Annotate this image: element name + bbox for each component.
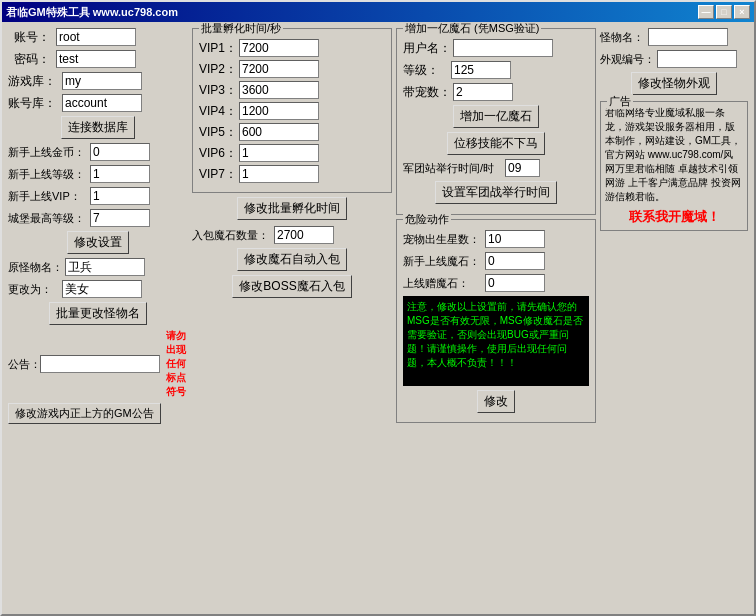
vip7-input[interactable]	[239, 165, 319, 183]
ad-group: 广告 君临网络专业魔域私服一条龙，游戏架设服务器相用，版本制作，网站建设，GM工…	[600, 101, 748, 231]
modify-setting-button[interactable]: 修改设置	[67, 231, 129, 254]
modify-boss-pack-button[interactable]: 修改BOSS魔石入包	[232, 275, 351, 298]
newline-magic-label: 新手上线魔石：	[403, 254, 483, 269]
danger-group: 危险动作 宠物出生星数： 新手上线魔石： 上线赠魔石： 注意，修改以上设置前，请…	[396, 219, 596, 423]
pet-num-input[interactable]	[453, 83, 513, 101]
skill-move-button[interactable]: 位移技能不下马	[447, 132, 545, 155]
column-4: 怪物名： 外观编号： 修改怪物外观 广告 君临网络专业魔域私服一条龙，游戏架设服…	[600, 28, 748, 608]
accountdb-row: 账号库：	[8, 94, 188, 112]
appearance-row: 外观编号：	[600, 50, 748, 68]
newbie-vip-row: 新手上线VIP：	[8, 187, 188, 205]
vip1-label: VIP1：	[199, 40, 239, 57]
newbie-level-row: 新手上线等级：	[8, 165, 188, 183]
vip3-label: VIP3：	[199, 82, 239, 99]
announcement-input[interactable]	[40, 355, 160, 373]
newbie-vip-input[interactable]	[90, 187, 150, 205]
change-to-row: 更改为：	[8, 280, 188, 298]
original-monster-label: 原怪物名：	[8, 260, 63, 275]
modify-announcement-button[interactable]: 修改游戏内正上方的GM公告	[8, 403, 161, 424]
accountdb-input[interactable]	[62, 94, 142, 112]
password-input[interactable]	[56, 50, 136, 68]
vip6-row: VIP6：	[199, 144, 385, 162]
change-to-input[interactable]	[62, 280, 142, 298]
newbie-level-input[interactable]	[90, 165, 150, 183]
monster-name-input[interactable]	[648, 28, 728, 46]
newline-magic-row: 新手上线魔石：	[403, 252, 589, 270]
monster-name-label: 怪物名：	[600, 30, 646, 45]
vip3-input[interactable]	[239, 81, 319, 99]
max-city-row: 城堡最高等级：	[8, 209, 188, 227]
pet-num-row: 带宠数：	[403, 83, 589, 101]
password-label: 密码：	[8, 51, 50, 68]
newbie-gold-input[interactable]	[90, 143, 150, 161]
original-monster-input[interactable]	[65, 258, 145, 276]
username-label: 用户名：	[403, 40, 451, 57]
original-monster-row: 原怪物名：	[8, 258, 188, 276]
ad-text: 君临网络专业魔域私服一条龙，游戏架设服务器相用，版本制作，网站建设，GM工具，官…	[605, 106, 743, 204]
vip4-input[interactable]	[239, 102, 319, 120]
ad-title: 广告	[607, 94, 633, 109]
close-button[interactable]: ×	[734, 5, 750, 19]
window-controls: — □ ×	[698, 5, 750, 19]
maximize-button[interactable]: □	[716, 5, 732, 19]
column-2: 批量孵化时间/秒 VIP1： VIP2： VIP3： VIP4：	[192, 28, 392, 608]
account-input[interactable]	[56, 28, 136, 46]
connect-db-button[interactable]: 连接数据库	[61, 116, 135, 139]
pet-num-label: 带宠数：	[403, 84, 451, 101]
gamedb-input[interactable]	[62, 72, 142, 90]
vip6-label: VIP6：	[199, 145, 239, 162]
add-magic-button[interactable]: 增加一亿魔石	[453, 105, 539, 128]
add-magic-group: 增加一亿魔石 (凭MSG验证) 用户名： 等级： 带宠数： 增加一亿魔石	[396, 28, 596, 215]
account-label: 账号：	[8, 29, 50, 46]
max-city-input[interactable]	[90, 209, 150, 227]
main-content: 账号： 密码： 游戏库： 账号库： 连接数据库 新手上线金币：	[2, 22, 754, 614]
add-magic-title: 增加一亿魔石 (凭MSG验证)	[403, 22, 541, 36]
level-input[interactable]	[451, 61, 511, 79]
batch-change-button[interactable]: 批量更改怪物名	[49, 302, 147, 325]
announcement-row: 公告： 请勿出现任何标点符号	[8, 329, 188, 399]
modify-appearance-button[interactable]: 修改怪物外观	[631, 72, 717, 95]
vip1-input[interactable]	[239, 39, 319, 57]
username-input[interactable]	[453, 39, 553, 57]
vip2-row: VIP2：	[199, 60, 385, 78]
announcement-label: 公告：	[8, 357, 38, 372]
batch-hatch-group: 批量孵化时间/秒 VIP1： VIP2： VIP3： VIP4：	[192, 28, 392, 193]
vip7-row: VIP7：	[199, 165, 385, 183]
password-row: 密码：	[8, 50, 188, 68]
vip2-input[interactable]	[239, 60, 319, 78]
newbie-level-label: 新手上线等级：	[8, 167, 88, 182]
modify-auto-pack-button[interactable]: 修改魔石自动入包	[237, 248, 347, 271]
main-window: 君临GM特殊工具 www.uc798.com — □ × 账号： 密码： 游戏库…	[0, 0, 756, 616]
pet-star-input[interactable]	[485, 230, 545, 248]
army-time-button[interactable]: 设置军团战举行时间	[435, 181, 557, 204]
army-time-input[interactable]	[505, 159, 540, 177]
modify-danger-button[interactable]: 修改	[477, 390, 515, 413]
newbie-gold-row: 新手上线金币：	[8, 143, 188, 161]
newbie-vip-label: 新手上线VIP：	[8, 189, 88, 204]
window-title: 君临GM特殊工具 www.uc798.com	[6, 5, 698, 20]
modify-hatch-button[interactable]: 修改批量孵化时间	[237, 197, 347, 220]
vip3-row: VIP3：	[199, 81, 385, 99]
vip5-label: VIP5：	[199, 124, 239, 141]
auto-pack-input[interactable]	[274, 226, 334, 244]
newbie-gold-label: 新手上线金币：	[8, 145, 88, 160]
monster-name-row: 怪物名：	[600, 28, 748, 46]
vip5-input[interactable]	[239, 123, 319, 141]
level-label: 等级：	[403, 62, 449, 79]
vip5-row: VIP5：	[199, 123, 385, 141]
ad-link[interactable]: 联系我开魔域！	[605, 208, 743, 226]
minimize-button[interactable]: —	[698, 5, 714, 19]
pet-star-row: 宠物出生星数：	[403, 230, 589, 248]
gamedb-row: 游戏库：	[8, 72, 188, 90]
vip4-label: VIP4：	[199, 103, 239, 120]
level-row: 等级：	[403, 61, 589, 79]
danger-title: 危险动作	[403, 212, 451, 227]
appearance-input[interactable]	[657, 50, 737, 68]
newline-magic-input[interactable]	[485, 252, 545, 270]
online-gift-input[interactable]	[485, 274, 545, 292]
warning-text: 注意，修改以上设置前，请先确认您的MSG是否有效无限，MSG修改魔石是否需要验证…	[407, 301, 583, 368]
vip4-row: VIP4：	[199, 102, 385, 120]
accountdb-label: 账号库：	[8, 95, 56, 112]
announcement-hint: 请勿出现任何标点符号	[164, 329, 188, 399]
vip6-input[interactable]	[239, 144, 319, 162]
